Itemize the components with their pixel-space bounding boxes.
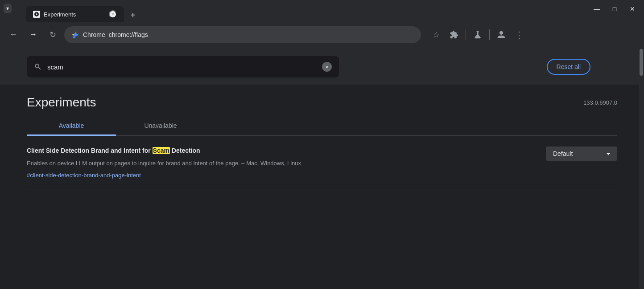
url-display: chrome://flags <box>109 31 414 38</box>
search-icon <box>34 63 42 71</box>
toolbar-divider-2 <box>489 29 490 40</box>
flag-title-before: Client Side Detection Brand and Intent f… <box>27 147 153 154</box>
toolbar-divider-1 <box>466 29 466 40</box>
flag-link[interactable]: #client-side-detection-brand-and-page-in… <box>27 172 141 179</box>
minimize-button[interactable]: — <box>592 4 601 13</box>
experiments-tab[interactable]: Experiments × <box>26 6 124 22</box>
profile-selector-button[interactable]: ▾ <box>4 4 12 13</box>
close-button[interactable]: ✕ <box>628 4 637 13</box>
forward-button[interactable]: → <box>25 27 41 43</box>
toolbar-icons: ☆ ⋮ <box>428 27 527 43</box>
flag-title: Client Side Detection Brand and Intent f… <box>27 147 535 155</box>
page-title: Experiments <box>27 95 96 110</box>
labs-button[interactable] <box>470 27 486 43</box>
flag-entry: Client Side Detection Brand and Intent f… <box>27 136 617 190</box>
menu-button[interactable]: ⋮ <box>511 27 527 43</box>
window-controls: — □ ✕ <box>592 4 637 13</box>
scrollbar-thumb[interactable] <box>640 49 643 76</box>
tab-strip: Experiments × + <box>26 6 140 22</box>
search-area: × Reset all <box>0 47 644 85</box>
search-input[interactable] <box>47 63 317 71</box>
main-content: Experiments 133.0.6907.0 Available Unava… <box>0 85 644 289</box>
flag-select[interactable]: Default Enabled Disabled <box>546 147 617 161</box>
title-bar: ▾ Experiments × + — □ ✕ <box>0 0 644 22</box>
refresh-button[interactable]: ↻ <box>45 27 61 43</box>
flag-info: Client Side Detection Brand and Intent f… <box>27 147 535 179</box>
tab-available[interactable]: Available <box>27 117 116 136</box>
chrome-browser-label: Chrome <box>83 31 105 38</box>
version-label: 133.0.6907.0 <box>583 99 617 106</box>
search-box[interactable]: × <box>27 56 339 77</box>
maximize-button[interactable]: □ <box>610 4 619 13</box>
tab-unavailable[interactable]: Unavailable <box>116 117 205 136</box>
tab-title: Experiments <box>44 11 105 18</box>
profile-dropdown-icon: ▾ <box>6 5 9 12</box>
toolbar: ← → ↻ Chrome chrome://flags ☆ ⋮ <box>0 22 644 47</box>
bookmark-button[interactable]: ☆ <box>428 27 444 43</box>
content-tabs: Available Unavailable <box>27 117 617 136</box>
flag-control[interactable]: Default Enabled Disabled <box>546 147 617 161</box>
scrollbar[interactable] <box>639 47 644 289</box>
reset-all-button[interactable]: Reset all <box>547 59 590 75</box>
new-tab-button[interactable]: + <box>126 8 140 22</box>
search-clear-button[interactable]: × <box>322 62 332 72</box>
flag-title-highlight: Scam <box>153 147 170 154</box>
chrome-logo-icon <box>71 31 79 39</box>
flag-description: Enables on device LLM output on pages to… <box>27 159 384 168</box>
svg-point-0 <box>74 33 77 37</box>
page-header: Experiments 133.0.6907.0 <box>27 85 617 117</box>
extensions-button[interactable] <box>446 27 462 43</box>
tab-favicon <box>33 11 40 18</box>
address-bar[interactable]: Chrome chrome://flags <box>64 26 421 43</box>
profile-selector-area[interactable]: ▾ <box>4 4 12 13</box>
flag-title-after: Detection <box>170 147 200 154</box>
profile-button[interactable] <box>493 27 509 43</box>
back-button[interactable]: ← <box>5 27 21 43</box>
tab-close-button[interactable]: × <box>109 10 117 18</box>
page-content: × Reset all Experiments 133.0.6907.0 Ava… <box>0 47 644 289</box>
